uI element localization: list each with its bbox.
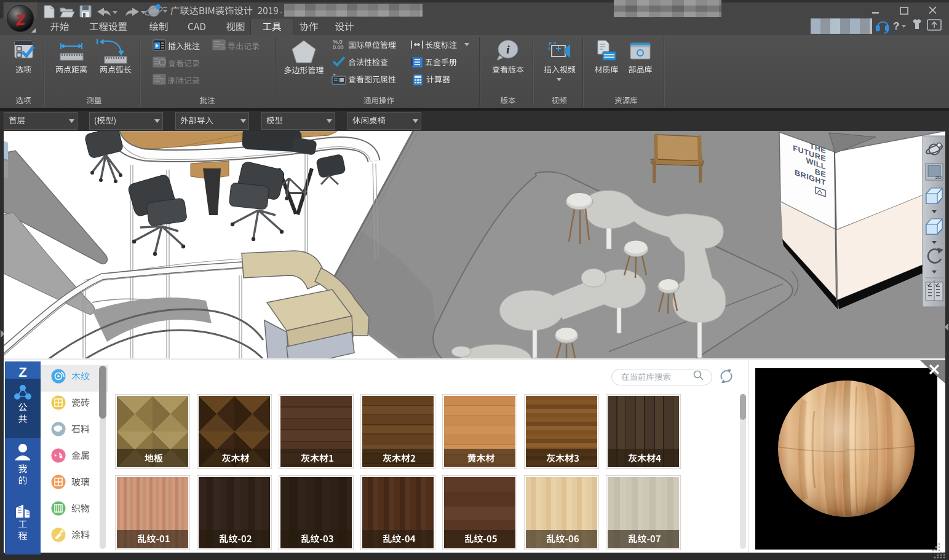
svg-text:2D: 2D bbox=[935, 175, 942, 180]
